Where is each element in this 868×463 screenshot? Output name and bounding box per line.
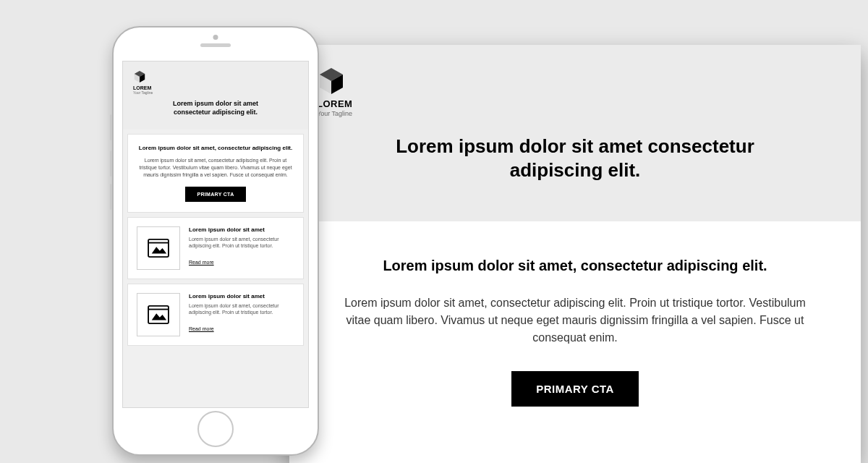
image-placeholder-icon [137,293,180,336]
hero-section: LOREM Your Tagline Lorem ipsum dolor sit… [289,45,861,221]
card-body: Lorem ipsum dolor sit amet, consectetur … [189,236,294,250]
card-body: Lorem ipsum dolor sit amet, consectetur … [189,302,294,316]
logo-cube-icon [133,70,146,83]
image-placeholder-icon [137,226,180,270]
read-more-link[interactable]: Read more [189,260,214,265]
card-title: Lorem ipsum dolor sit amet [189,293,294,300]
hero-headline: Lorem ipsum dolor sit amet consectetur a… [387,135,763,182]
mobile-primary-cta-button[interactable]: PRIMARY CTA [185,187,245,202]
svg-rect-10 [148,308,169,310]
read-more-link[interactable]: Read more [189,326,214,331]
phone-frame: LOREM Your Tagline Lorem ipsum dolor sit… [112,26,319,456]
phone-screen: LOREM Your Tagline Lorem ipsum dolor sit… [122,61,309,408]
svg-rect-9 [148,306,169,323]
logo-cube-icon [317,67,346,95]
brand-tagline: Your Tagline [317,110,352,117]
content-card: Lorem ipsum dolor sit amet Lorem ipsum d… [127,284,304,346]
primary-cta-button[interactable]: PRIMARY CTA [511,371,639,407]
phone-home-button[interactable] [197,411,234,447]
mobile-intro-paragraph: Lorem ipsum dolor sit amet, consectetur … [137,157,294,178]
brand-name: LOREM [317,98,352,109]
svg-rect-6 [148,239,169,257]
card-title: Lorem ipsum dolor sit amet [189,226,294,233]
intro-section: Lorem ipsum dolor sit amet, consectetur … [289,221,861,436]
intro-paragraph: Lorem ipsum dolor sit amet, consectetur … [340,294,810,347]
desktop-preview: LOREM Your Tagline Lorem ipsum dolor sit… [289,45,861,463]
mobile-intro-subheading: Lorem ipsum dolor sit amet, consectetur … [137,145,294,151]
mobile-intro-section: Lorem ipsum dolor sit amet, consectetur … [127,134,304,212]
phone-speaker-icon [200,43,231,47]
brand-name: LOREM [133,85,174,90]
svg-rect-7 [148,242,169,243]
svg-marker-11 [152,313,166,320]
mobile-hero-headline: Lorem ipsum dolor sit amet consectetur a… [154,99,277,116]
mobile-brand-block: LOREM Your Tagline [133,70,174,95]
phone-camera-icon [213,35,218,40]
brand-block: LOREM Your Tagline [317,67,376,117]
content-card: Lorem ipsum dolor sit amet Lorem ipsum d… [127,217,304,279]
svg-marker-8 [152,247,166,253]
brand-tagline: Your Tagline [133,90,174,95]
intro-subheading: Lorem ipsum dolor sit amet, consectetur … [340,258,810,274]
mobile-hero-section: LOREM Your Tagline Lorem ipsum dolor sit… [123,61,308,129]
